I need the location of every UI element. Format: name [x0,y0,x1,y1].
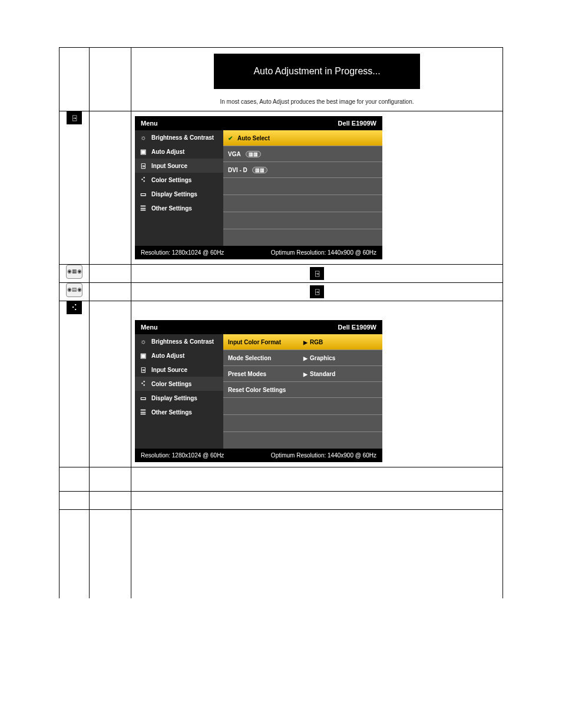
cell-label-vga [90,265,131,283]
color-settings-icon: ⠪ [138,380,148,388]
osd-option-mode-selection[interactable]: Mode Selection ▶Graphics [223,350,382,366]
osd-nav-brightness[interactable]: ☼Brightness & Contrast [135,334,223,348]
auto-adjust-icon: ▣ [138,147,148,156]
progress-text: Auto Adjustment in Progress... [253,66,380,76]
cell-label-color-settings [90,301,131,467]
cell-label-input-source [90,111,131,265]
osd-nav-brightness[interactable]: ☼Brightness & Contrast [135,130,223,144]
vga-connector-icon: ◉▦◉ [66,265,82,279]
osd-footer-resolution: Resolution: 1280x1024 @ 60Hz [141,249,224,256]
other-settings-icon: ☰ [138,204,148,212]
osd-option-input-color-format[interactable]: Input Color Format ▶RGB [223,334,382,350]
dvi-port-icon: ▥▥ [252,167,267,173]
cell-label-dvi [90,283,131,301]
row-dvi-connector: ◉▤◉ ⍈ [59,283,503,301]
cell-label-empty [90,48,131,111]
osd-nav-other-settings[interactable]: ☰Other Settings [135,201,223,215]
osd-footer-optimum: Optimum Resolution: 1440x900 @ 60Hz [271,249,376,256]
triangle-icon: ▶ [303,340,308,345]
row-input-source: ⍈ Menu Dell E1909W ☼Brightness & Contras… [59,111,503,265]
osd-option-preset-modes[interactable]: Preset Modes ▶Standard [223,366,382,382]
cell-content-progress: Auto Adjustment in Progress... In most c… [131,48,503,111]
osd-right-panel: Input Color Format ▶RGB Mode Selection ▶… [223,334,382,449]
vga-port-icon: ▥▥ [246,151,261,157]
auto-adjust-progress-dialog: Auto Adjustment in Progress... [214,54,420,89]
triangle-icon: ▶ [303,355,308,361]
brightness-icon: ☼ [138,133,148,141]
input-select-button-icon[interactable]: ⍈ [310,285,324,298]
osd-model-label: Dell E1909W [338,324,376,331]
osd-option-vga[interactable]: VGA▥▥ [223,146,382,162]
osd-nav-input-source[interactable]: ⍈Input Source [135,363,223,377]
osd-footer-optimum: Optimum Resolution: 1440x900 @ 60Hz [271,452,376,459]
input-select-button-icon[interactable]: ⍈ [310,267,324,280]
osd-nav-input-source[interactable]: ⍈Input Source [135,159,223,173]
osd-nav-color-settings[interactable]: ⠪Color Settings [135,173,223,187]
triangle-icon: ▶ [303,371,308,377]
osd-nav-color-settings[interactable]: ⠪Color Settings [135,377,223,391]
osd-nav-display-settings[interactable]: ▭Display Settings [135,187,223,201]
auto-adjust-caption: In most cases, Auto Adjust produces the … [131,95,503,111]
osd-nav-other-settings[interactable]: ☰Other Settings [135,405,223,419]
osd-option-dvid[interactable]: DVI - D▥▥ [223,162,382,178]
osd-option-auto-select[interactable]: ✔Auto Select [223,130,382,146]
row-vga-connector: ◉▦◉ ⍈ [59,265,503,283]
cell-content-color-settings-osd: Menu Dell E1909W ☼Brightness & Contrast … [131,301,503,467]
cell-icon-vga: ◉▦◉ [59,265,90,283]
brightness-icon: ☼ [138,337,148,345]
cell-icon-color-settings: ⠪ [59,301,90,467]
osd-input-source: Menu Dell E1909W ☼Brightness & Contrast … [135,116,382,259]
auto-adjust-icon: ▣ [138,351,148,360]
input-source-nav-icon: ⍈ [138,162,148,170]
osd-color-settings: Menu Dell E1909W ☼Brightness & Contrast … [135,320,382,462]
cell-icon-dvi: ◉▤◉ [59,283,90,301]
dvi-connector-icon: ◉▤◉ [66,283,82,297]
osd-left-nav: ☼Brightness & Contrast ▣Auto Adjust ⍈Inp… [135,334,223,449]
osd-header: Menu Dell E1909W [135,116,382,130]
color-settings-cell-icon: ⠪ [67,301,82,314]
row-blank-1 [59,467,503,492]
osd-header: Menu Dell E1909W [135,320,382,334]
cell-icon-input-source: ⍈ [59,111,90,265]
cell-content-dvi: ⍈ [131,283,503,301]
osd-footer-resolution: Resolution: 1280x1024 @ 60Hz [141,452,224,459]
row-blank-3 [59,510,503,599]
osd-option-reset-color[interactable]: Reset Color Settings [223,382,382,398]
input-source-nav-icon: ⍈ [138,365,148,374]
osd-menu-label: Menu [141,324,158,331]
osd-model-label: Dell E1909W [338,120,376,127]
cell-content-vga: ⍈ [131,265,503,283]
cell-icon-empty [59,48,90,111]
other-settings-icon: ☰ [138,408,148,416]
osd-nav-display-settings[interactable]: ▭Display Settings [135,391,223,405]
row-color-settings: ⠪ Menu Dell E1909W ☼Brightness & Contras… [59,301,503,467]
osd-nav-auto-adjust[interactable]: ▣Auto Adjust [135,348,223,363]
osd-menu-label: Menu [141,120,158,127]
row-auto-adjust-progress: Auto Adjustment in Progress... In most c… [59,48,503,111]
color-settings-icon: ⠪ [138,176,148,184]
display-settings-icon: ▭ [138,394,148,402]
display-settings-icon: ▭ [138,190,148,198]
osd-footer: Resolution: 1280x1024 @ 60Hz Optimum Res… [135,246,382,259]
input-source-icon: ⍈ [67,111,82,124]
osd-right-panel: ✔Auto Select VGA▥▥ DVI - D▥▥ [223,130,382,246]
osd-footer: Resolution: 1280x1024 @ 60Hz Optimum Res… [135,449,382,462]
osd-left-nav: ☼Brightness & Contrast ▣Auto Adjust ⍈Inp… [135,130,223,246]
cell-content-input-source-osd: Menu Dell E1909W ☼Brightness & Contrast … [131,111,503,265]
osd-nav-auto-adjust[interactable]: ▣Auto Adjust [135,144,223,159]
check-icon: ✔ [228,135,233,141]
row-blank-2 [59,492,503,510]
